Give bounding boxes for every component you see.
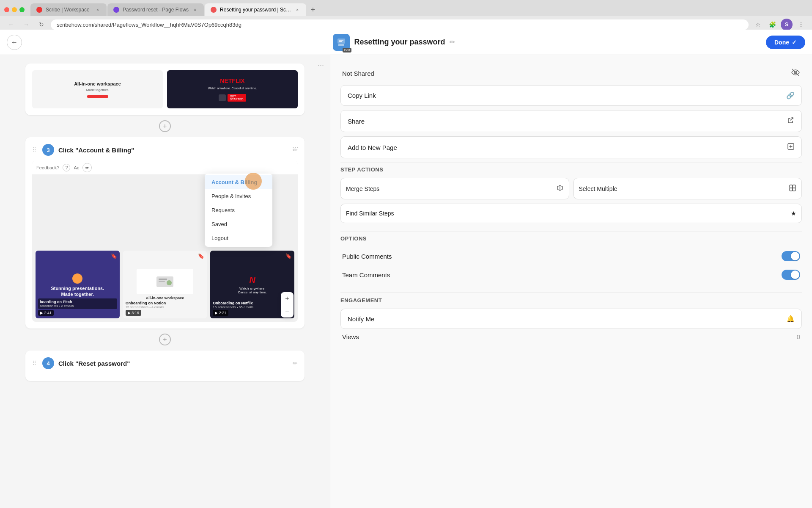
video-thumb-notion[interactable]: All-in-one workspace ▶ 3:16 🔖 Onboarding… <box>123 251 207 318</box>
done-button[interactable]: Done ✓ <box>766 36 805 49</box>
svg-rect-13 <box>790 185 793 188</box>
netflix-thumb-tagline: Watch anywhere.Cancel at any time. <box>238 287 266 294</box>
tab-bar: Scribe | Workspace × Password reset - Pa… <box>0 0 812 16</box>
svg-rect-5 <box>159 279 167 280</box>
notion-tagline: Made together. <box>86 88 109 92</box>
bookmark-icon-pitch: 🔖 <box>111 253 117 259</box>
add-step-between-button[interactable]: + <box>25 120 304 132</box>
netflix-tagline: Watch anywhere. Cancel at any time. <box>208 87 257 90</box>
dropdown-item-people[interactable]: People & invites <box>205 189 272 203</box>
tab-label-pageflows: Password reset - Page Flows <box>123 7 189 13</box>
bookmark-star-icon[interactable]: ☆ <box>752 19 764 30</box>
step-4-drag-handle[interactable]: ⠿ <box>32 360 36 367</box>
zoom-in-button[interactable]: + <box>281 292 294 305</box>
notion-illus-container <box>137 269 193 294</box>
feedback-edit-icon[interactable]: ✏ <box>82 163 92 172</box>
views-count: 0 <box>797 333 800 340</box>
team-comments-label: Team Comments <box>342 271 390 279</box>
tab-favicon-scribe <box>36 7 42 13</box>
find-similar-icon: ★ <box>791 210 796 217</box>
video-info-netflix: Onboarding on Netflix 16 screenshots • 6… <box>213 301 292 309</box>
add-to-new-page-button[interactable]: Add to New Page <box>340 136 802 158</box>
edit-badge: Edit <box>343 48 352 52</box>
step-4-more-button[interactable]: ··· <box>318 61 324 70</box>
step-4-edit-icon[interactable]: ✏ <box>293 360 298 367</box>
svg-rect-6 <box>159 281 165 282</box>
video-thumbnails-container: Stunning presentations.Made together. ▶ … <box>32 247 298 322</box>
copy-link-icon: 🔗 <box>786 91 795 99</box>
add-icon-2[interactable]: + <box>159 334 171 345</box>
add-icon[interactable]: + <box>159 120 171 132</box>
zoom-controls: + − <box>281 292 294 318</box>
not-shared-row: Not Shared <box>340 64 802 83</box>
dropdown-item-saved[interactable]: Saved <box>205 217 272 231</box>
public-comments-label: Public Comments <box>342 253 392 260</box>
forward-nav-button[interactable]: → <box>20 19 32 30</box>
step-drag-handle[interactable]: ⠿ <box>32 146 36 153</box>
back-nav-button[interactable]: ← <box>5 19 17 30</box>
svg-rect-1 <box>338 44 344 46</box>
copy-link-button[interactable]: Copy Link 🔗 <box>340 85 802 106</box>
extensions-icon[interactable]: 🧩 <box>766 19 778 30</box>
profile-S-icon[interactable]: S <box>781 19 793 30</box>
notion-screenshot: All-in-one workspace Made together. <box>32 70 163 108</box>
menu-icon[interactable]: ⋮ <box>795 19 807 30</box>
not-shared-label: Not Shared <box>342 70 374 77</box>
dropdown-item-logout[interactable]: Logout <box>205 231 272 245</box>
dropdown-item-account-billing[interactable]: Account & Billing <box>205 175 272 189</box>
add-to-page-icon <box>787 143 795 152</box>
minimize-window-button[interactable] <box>12 7 17 12</box>
video-thumb-pitch[interactable]: Stunning presentations.Made together. ▶ … <box>36 251 120 318</box>
tab-pageflows[interactable]: Password reset - Page Flows × <box>107 3 204 16</box>
dropdown-item-requests[interactable]: Requests <box>205 203 272 217</box>
tab-close-scribing[interactable]: × <box>294 7 300 13</box>
top-screenshot-images: All-in-one workspace Made together. NETF… <box>32 70 298 108</box>
new-tab-button[interactable]: + <box>307 4 319 16</box>
tab-scribing[interactable]: Resetting your password | Scri... × <box>205 3 306 16</box>
svg-rect-0 <box>337 39 345 44</box>
zoom-out-button[interactable]: − <box>281 305 294 318</box>
public-comments-row: Public Comments <box>340 247 802 265</box>
tab-scribe[interactable]: Scribe | Workspace × <box>30 3 107 16</box>
address-bar[interactable]: scribehow.com/shared/Pageflows_Workflow_… <box>51 19 749 30</box>
merge-steps-button[interactable]: Merge Steps <box>340 178 569 199</box>
title-edit-icon[interactable]: ✏ <box>450 38 455 46</box>
not-shared-icon <box>791 68 800 79</box>
notion-cta <box>87 95 108 98</box>
tab-label-scribing: Resetting your password | Scri... <box>220 7 291 13</box>
step-3-more-button[interactable]: ··· <box>292 143 299 152</box>
step-4-card: ⠿ 4 Click "Reset password" ✏ ··· <box>25 351 304 381</box>
find-similar-steps-button[interactable]: Find Similar Steps ★ <box>340 204 802 223</box>
tab-label-scribe: Scribe | Workspace <box>46 7 91 13</box>
main-content: All-in-one workspace Made together. NETF… <box>0 55 330 508</box>
netflix-input <box>219 94 225 101</box>
public-comments-toggle[interactable] <box>782 251 800 261</box>
notify-me-button[interactable]: Notify Me 🔔 <box>340 309 802 329</box>
tab-favicon-pageflows <box>113 7 119 13</box>
notion-title: All-in-one workspace <box>74 81 121 86</box>
back-button[interactable]: ← <box>7 35 22 50</box>
close-window-button[interactable] <box>4 7 9 12</box>
cursor-highlight <box>245 173 262 190</box>
select-multiple-icon <box>789 184 796 193</box>
feedback-label: Feedback? <box>36 165 59 170</box>
select-multiple-button[interactable]: Select Multiple <box>573 178 802 199</box>
feedback-bar: Feedback? ? Ac ✏ <box>32 161 298 175</box>
video-title-notion: Onboarding on Notion <box>126 301 205 305</box>
share-button[interactable]: Share <box>340 110 802 132</box>
netflix-cta: GET STARTED <box>228 94 246 102</box>
bookmark-icon-netflix: 🔖 <box>285 253 292 259</box>
tab-close-scribe[interactable]: × <box>95 7 101 13</box>
step-actions-grid: Merge Steps Select Multiple <box>340 178 802 223</box>
add-step-after-3-button[interactable]: + <box>25 334 304 345</box>
scribe-logo-wrap: Edit <box>333 34 350 51</box>
team-comments-toggle[interactable] <box>782 270 800 280</box>
feedback-help-icon[interactable]: ? <box>63 164 70 171</box>
step-3-number: 3 <box>42 144 54 156</box>
svg-rect-16 <box>793 188 796 191</box>
maximize-window-button[interactable] <box>19 7 25 12</box>
netflix-screenshot: NETFLIX Watch anywhere. Cancel at any ti… <box>167 70 298 108</box>
tab-close-pageflows[interactable]: × <box>192 7 198 13</box>
refresh-button[interactable]: ↻ <box>36 19 47 30</box>
video-meta-pitch: screenshots • 2 emails <box>40 304 115 308</box>
